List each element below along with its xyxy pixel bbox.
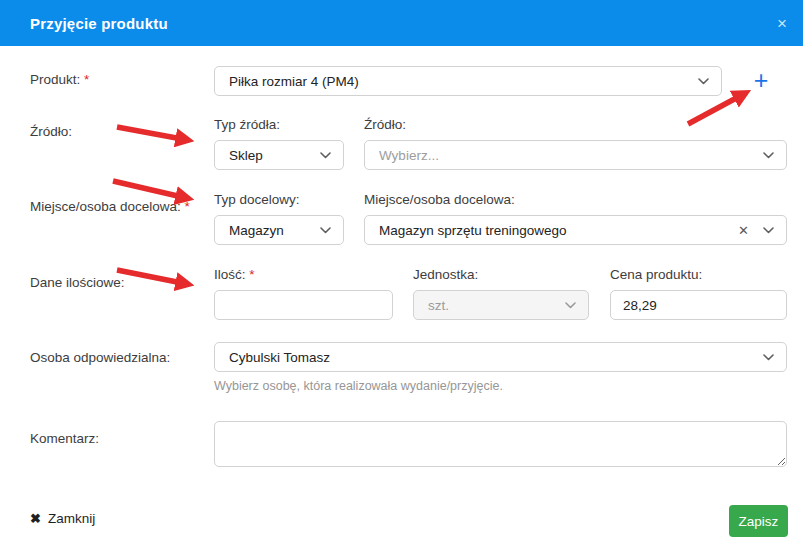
osoba-select[interactable]: Cybulski Tomasz (214, 342, 787, 372)
jednostka-label: Jednostka: (413, 267, 478, 282)
jednostka-select: szt. (413, 290, 589, 320)
modal-header: Przyjęcie produktu × (0, 0, 803, 46)
close-modal-label: Zamknij (48, 511, 95, 526)
cena-input[interactable] (610, 290, 787, 320)
typ-docelowy-label: Typ docelowy: (214, 192, 300, 207)
cena-label: Cena produktu: (610, 267, 702, 282)
miejsce-select-label: Miejsce/osoba docelowa: (364, 192, 515, 207)
typ-zrodla-label: Typ źródła: (214, 117, 280, 132)
zrodlo-select-placeholder: Wybierz... (379, 148, 755, 163)
typ-docelowy-select-value: Magazyn (229, 223, 312, 238)
typ-zrodla-select-value: Sklep (229, 148, 312, 163)
chevron-down-icon (763, 354, 774, 361)
typ-zrodla-select[interactable]: Sklep (214, 140, 344, 170)
zrodlo-row-label: Źródło: (30, 124, 72, 139)
chevron-down-icon (320, 152, 331, 159)
ilosc-label: Ilość: * (214, 267, 255, 282)
required-asterisk: * (249, 267, 254, 282)
jednostka-select-value: szt. (428, 298, 557, 313)
zrodlo-select[interactable]: Wybierz... (364, 140, 787, 170)
close-modal-button[interactable]: ✖ Zamknij (30, 511, 95, 526)
required-asterisk: * (84, 72, 89, 87)
close-icon[interactable]: × (773, 11, 791, 36)
chevron-down-icon (698, 78, 709, 85)
produkt-label: Produkt: * (30, 72, 89, 87)
chevron-down-icon (565, 302, 576, 309)
required-asterisk: * (185, 199, 190, 214)
chevron-down-icon (763, 227, 774, 234)
produkt-select-value: Piłka rozmiar 4 (PM4) (229, 74, 690, 89)
dane-row-label: Dane ilościowe: (30, 275, 125, 290)
close-x-icon: ✖ (30, 511, 41, 526)
komentarz-textarea[interactable] (214, 421, 787, 467)
produkt-select[interactable]: Piłka rozmiar 4 (PM4) (214, 66, 722, 96)
osoba-row-label: Osoba odpowiedzialna: (30, 350, 170, 365)
annotation-arrow-typ-zrodla (110, 118, 205, 150)
osoba-helper-text: Wybierz osobę, która realizowała wydanie… (214, 379, 503, 393)
chevron-down-icon (320, 227, 331, 234)
chevron-down-icon (763, 152, 774, 159)
ilosc-input[interactable] (214, 290, 393, 320)
zrodlo-select-label: Źródło: (364, 117, 406, 132)
typ-docelowy-select[interactable]: Magazyn (214, 215, 344, 245)
modal-title: Przyjęcie produktu (30, 15, 168, 32)
clear-icon[interactable]: ✕ (738, 223, 749, 238)
miejsce-row-label: Miejsce/osoba docelowa: * (30, 199, 190, 214)
add-product-button[interactable]: + (748, 66, 774, 94)
miejsce-select[interactable]: Magazyn sprzętu treningowego ✕ (364, 215, 787, 245)
miejsce-select-value: Magazyn sprzętu treningowego (379, 223, 738, 238)
modal-przyjecie-produktu: Przyjęcie produktu × Produkt: * Piłka ro… (0, 0, 803, 555)
komentarz-label: Komentarz: (30, 431, 99, 446)
save-button[interactable]: Zapisz (729, 505, 788, 537)
osoba-select-value: Cybulski Tomasz (229, 350, 755, 365)
